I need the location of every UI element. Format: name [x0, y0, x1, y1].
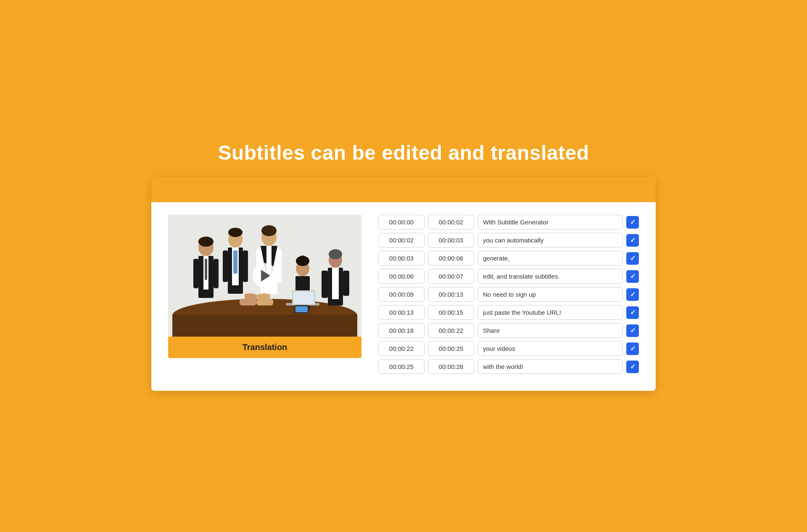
subtitle-checkbox[interactable]: ✓ [626, 234, 639, 247]
page-wrapper: Subtitles can be edited and translated [151, 141, 656, 391]
svg-rect-7 [205, 259, 207, 280]
checkmark-icon: ✓ [630, 237, 636, 244]
subtitle-text[interactable] [477, 251, 623, 266]
subtitle-end-time[interactable] [428, 287, 474, 302]
subtitle-start-time[interactable] [378, 251, 425, 266]
svg-rect-30 [293, 292, 314, 304]
subtitle-start-time[interactable] [378, 305, 425, 320]
svg-rect-9 [214, 259, 219, 288]
checkmark-icon: ✓ [630, 255, 636, 262]
checkmark-icon: ✓ [630, 219, 636, 226]
svg-rect-16 [243, 250, 248, 282]
svg-rect-37 [240, 299, 256, 306]
svg-rect-23 [277, 249, 282, 282]
subtitle-start-time[interactable] [378, 233, 425, 248]
subtitle-text[interactable] [477, 215, 623, 229]
subtitle-end-time[interactable] [428, 341, 474, 356]
svg-point-18 [261, 225, 277, 236]
checkmark-icon: ✓ [630, 327, 636, 334]
video-caption: Translation [168, 337, 361, 358]
checkmark-icon: ✓ [630, 273, 636, 280]
main-card: Translation ✓✓✓✓✓✓✓✓✓ [151, 177, 656, 391]
subtitle-text[interactable] [477, 287, 623, 302]
subtitle-text[interactable] [477, 269, 623, 284]
subtitle-panel: ✓✓✓✓✓✓✓✓✓ [378, 215, 639, 374]
subtitle-start-time[interactable] [378, 359, 425, 374]
page-title: Subtitles can be edited and translated [218, 141, 589, 164]
subtitle-row: ✓ [378, 305, 639, 320]
subtitle-row: ✓ [378, 269, 639, 284]
subtitle-text[interactable] [477, 341, 623, 356]
card-body: Translation ✓✓✓✓✓✓✓✓✓ [151, 202, 656, 391]
svg-point-4 [198, 237, 214, 247]
play-button[interactable] [252, 263, 277, 288]
checkmark-icon: ✓ [630, 363, 636, 370]
subtitle-row: ✓ [378, 251, 639, 266]
subtitle-row: ✓ [378, 287, 639, 302]
play-icon [261, 270, 270, 282]
subtitle-row: ✓ [378, 323, 639, 338]
subtitle-end-time[interactable] [428, 359, 474, 374]
checkmark-icon: ✓ [630, 291, 636, 298]
subtitle-start-time[interactable] [378, 323, 425, 338]
svg-rect-48 [295, 306, 308, 312]
subtitle-start-time[interactable] [378, 215, 425, 229]
svg-rect-8 [193, 259, 198, 288]
subtitle-end-time[interactable] [428, 215, 474, 229]
subtitle-text[interactable] [477, 323, 623, 338]
subtitle-start-time[interactable] [378, 341, 425, 356]
subtitle-start-time[interactable] [378, 269, 425, 284]
subtitle-end-time[interactable] [428, 251, 474, 266]
svg-point-11 [228, 228, 243, 237]
subtitle-end-time[interactable] [428, 269, 474, 284]
svg-rect-46 [266, 294, 270, 299]
subtitle-checkbox[interactable]: ✓ [626, 216, 639, 229]
subtitle-text[interactable] [477, 233, 623, 248]
subtitle-row: ✓ [378, 359, 639, 374]
subtitle-text[interactable] [477, 305, 623, 320]
checkmark-icon: ✓ [630, 309, 636, 316]
svg-rect-2 [172, 315, 357, 337]
subtitle-row: ✓ [378, 215, 639, 229]
svg-point-26 [299, 255, 306, 261]
subtitle-end-time[interactable] [428, 233, 474, 248]
subtitle-checkbox[interactable]: ✓ [626, 252, 639, 265]
subtitle-end-time[interactable] [428, 305, 474, 320]
subtitle-start-time[interactable] [378, 287, 425, 302]
svg-rect-42 [256, 299, 273, 306]
subtitle-checkbox[interactable]: ✓ [626, 288, 639, 301]
subtitle-checkbox[interactable]: ✓ [626, 342, 639, 355]
subtitle-checkbox[interactable]: ✓ [626, 361, 639, 373]
svg-rect-41 [245, 294, 249, 299]
svg-point-32 [329, 249, 342, 259]
svg-rect-34 [332, 268, 339, 299]
subtitle-row: ✓ [378, 233, 639, 248]
svg-rect-35 [322, 271, 328, 298]
subtitle-checkbox[interactable]: ✓ [626, 306, 639, 319]
subtitle-text[interactable] [477, 359, 623, 374]
svg-rect-14 [233, 250, 237, 274]
svg-rect-15 [223, 250, 228, 282]
video-container [168, 215, 361, 337]
card-top-bar [151, 177, 656, 202]
subtitle-row: ✓ [378, 341, 639, 356]
subtitle-end-time[interactable] [428, 323, 474, 338]
subtitle-checkbox[interactable]: ✓ [626, 324, 639, 337]
checkmark-icon: ✓ [630, 345, 636, 352]
svg-rect-36 [343, 271, 349, 296]
subtitle-checkbox[interactable]: ✓ [626, 270, 639, 283]
video-panel: Translation [168, 215, 361, 374]
